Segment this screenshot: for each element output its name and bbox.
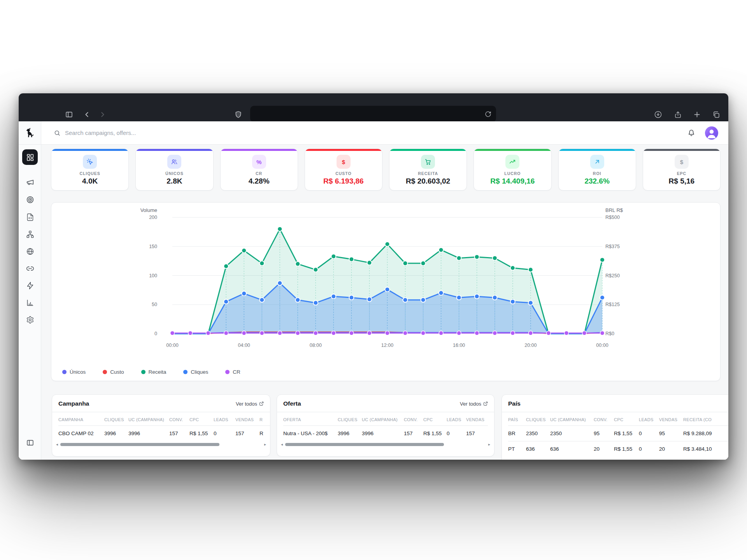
table-row[interactable]: CBO CAMP 0239963996157R$ 1,550157R <box>58 426 270 441</box>
table-card-pas: PaísPAÍSCLIQUESUC (CAMPANHA)CONV.CPCLEAD… <box>502 394 728 460</box>
column-header: VENDAS <box>659 412 683 426</box>
legend-item-receita[interactable]: Receita <box>141 369 167 375</box>
ver-todos-link[interactable]: Ver todos <box>460 401 488 407</box>
receita-point <box>493 256 497 261</box>
new-tab-icon[interactable] <box>692 109 702 119</box>
search-input[interactable] <box>65 130 298 136</box>
scrollbar-thumb[interactable] <box>285 443 444 446</box>
shield-icon[interactable] <box>233 109 243 119</box>
reload-icon[interactable] <box>483 109 493 119</box>
sidebar-item-settings[interactable] <box>22 312 38 327</box>
x-axis-tick: 04:00 <box>230 343 258 348</box>
x-axis-tick: 12:00 <box>374 343 401 348</box>
sidebar-item-target[interactable] <box>22 192 38 207</box>
legend-item-únicos[interactable]: Únicos <box>62 369 86 375</box>
horizontal-scrollbar[interactable]: ◂▸ <box>277 441 494 447</box>
search-bar[interactable] <box>41 121 687 144</box>
cliques-point <box>349 295 354 300</box>
scroll-right-icon[interactable]: ▸ <box>264 443 266 446</box>
cr-point <box>475 331 479 335</box>
sidebar-item-dashboard[interactable] <box>22 149 38 165</box>
cliques-point <box>600 295 605 300</box>
table-row[interactable]: Nutra - USA - 200$39963996157R$ 1,550157 <box>283 426 488 441</box>
column-header: CPC <box>614 412 639 426</box>
cr-point <box>206 331 210 335</box>
table-cell: 95 <box>594 426 614 441</box>
cliques-point <box>313 301 318 305</box>
user-avatar[interactable] <box>705 126 718 140</box>
y-axis-tick-right: R$500 <box>605 214 638 221</box>
cr-point <box>260 331 264 335</box>
scroll-left-icon[interactable]: ◂ <box>281 443 283 446</box>
ver-todos-link[interactable]: Ver todos <box>236 401 264 407</box>
receita-point <box>421 261 426 266</box>
table-card-header: País <box>502 395 728 412</box>
sidebar-item-zap[interactable] <box>22 278 38 293</box>
cliques-point <box>242 291 246 296</box>
header-actions <box>687 121 728 144</box>
receita-point <box>242 248 246 253</box>
scroll-right-icon[interactable]: ▸ <box>488 443 490 446</box>
minimize-window-button[interactable] <box>55 112 60 117</box>
kpi-card-epc: $EPCR$ 5,16 <box>643 149 721 191</box>
column-header: CPC <box>423 412 447 426</box>
kpi-accent-bar <box>305 149 382 151</box>
table-cell: 20 <box>659 441 683 457</box>
forward-icon[interactable] <box>97 109 107 119</box>
legend-item-cr[interactable]: CR <box>225 369 240 375</box>
notifications-bell-icon[interactable] <box>687 128 696 138</box>
table-cell: 636 <box>550 441 594 457</box>
legend-swatch <box>225 370 230 374</box>
y-axis-tick-left: 200 <box>124 214 157 221</box>
sidebar-item-file-code[interactable] <box>22 209 38 225</box>
browser-sidebar-toggle-icon[interactable] <box>64 109 74 119</box>
cliques-point <box>295 298 300 302</box>
cr-point <box>600 331 605 335</box>
address-bar[interactable] <box>250 106 496 122</box>
legend-item-cliques[interactable]: Cliques <box>183 369 208 375</box>
sidebar-item-bar-chart[interactable] <box>22 295 38 310</box>
receita-point <box>313 268 318 272</box>
cliques-point <box>493 295 497 300</box>
column-header: CPC <box>189 412 214 426</box>
browser-titlebar <box>19 93 728 121</box>
table-title: País <box>508 400 521 407</box>
cliques-point <box>510 299 515 304</box>
kpi-card-nicos: ÚNICOS2.8K <box>135 149 213 191</box>
kpi-card-custo: $CUSTOR$ 6.193,86 <box>305 149 382 191</box>
tab-overview-icon[interactable] <box>711 109 721 119</box>
table-row[interactable]: PT63663620R$ 1,55020R$ 3.484,10 <box>508 441 728 457</box>
table-cell: R$ 1,55 <box>423 426 447 441</box>
downloads-icon[interactable] <box>653 109 663 119</box>
table-row[interactable]: BR2350235095R$ 1,55095R$ 9.288,09 <box>508 426 728 441</box>
column-header: LEADS <box>447 412 466 426</box>
column-header: PAÍS <box>508 412 526 426</box>
cliques-point <box>367 297 372 302</box>
sidebar-item-link[interactable] <box>22 261 38 276</box>
sidebar-item-globe[interactable] <box>22 243 38 259</box>
scroll-left-icon[interactable]: ◂ <box>56 443 58 446</box>
close-window-button[interactable] <box>46 112 51 117</box>
sidebar-item-network[interactable] <box>22 226 38 242</box>
cr-point <box>188 331 193 335</box>
sidebar-collapse-toggle[interactable] <box>22 435 38 450</box>
sidebar-item-megaphone[interactable] <box>22 174 38 190</box>
app-logo[interactable] <box>19 121 41 144</box>
kpi-card-receita: RECEITAR$ 20.603,02 <box>389 149 467 191</box>
table-cell: 3996 <box>128 426 169 441</box>
receita-point <box>403 261 408 266</box>
scrollbar-thumb[interactable] <box>60 443 219 446</box>
legend-label: CR <box>233 369 240 375</box>
x-axis-tick: 00:00 <box>589 343 616 348</box>
legend-item-custo[interactable]: Custo <box>103 369 124 375</box>
column-header: OFERTA <box>283 412 338 426</box>
back-icon[interactable] <box>82 109 92 119</box>
kpi-accent-bar <box>389 149 466 151</box>
kpi-card-cr: %CR4.28% <box>220 149 298 191</box>
horizontal-scrollbar[interactable]: ◂▸ <box>52 441 270 447</box>
cursor-click-icon <box>83 155 97 169</box>
layout-dashboard-icon <box>26 153 34 161</box>
network-icon <box>26 230 34 238</box>
receita-point <box>295 262 300 266</box>
share-icon[interactable] <box>673 109 683 119</box>
